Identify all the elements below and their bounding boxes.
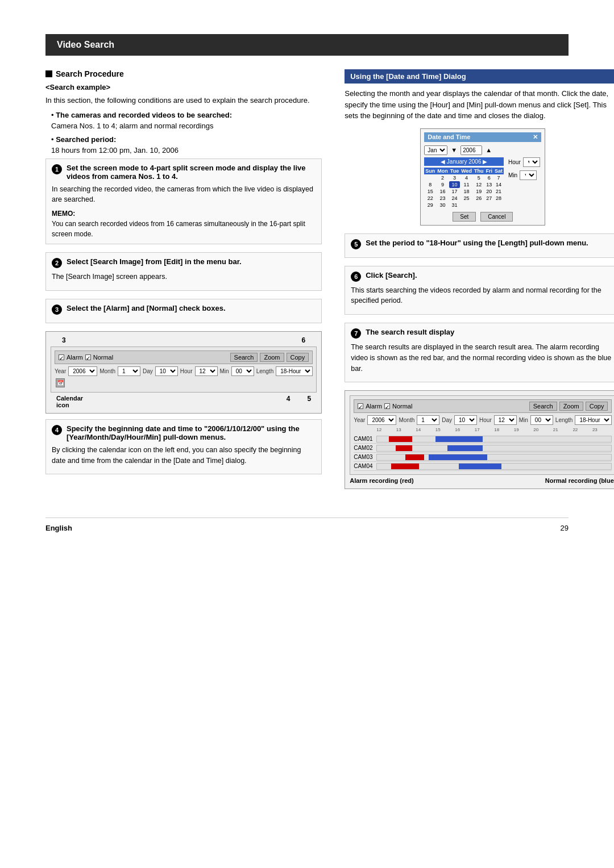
cal-day[interactable]: 15: [424, 188, 436, 195]
cal-day[interactable]: 22: [424, 195, 436, 202]
set-button[interactable]: Set: [453, 212, 476, 222]
cal-day[interactable]: 18: [460, 188, 473, 195]
cam4-normal-bar: [459, 464, 501, 469]
step-1-header: 1 Set the screen mode to 4-part split sc…: [52, 164, 316, 181]
result-alarm-check: ✓ Alarm: [358, 403, 382, 410]
cal-day[interactable]: 12: [473, 181, 485, 188]
cal-day[interactable]: 26: [473, 195, 485, 202]
result-day-select[interactable]: 10: [454, 415, 477, 425]
black-square-icon: [45, 70, 52, 77]
cal-day[interactable]: 9: [436, 181, 449, 188]
calendar-icon-row: 📅: [56, 378, 313, 387]
cal-header-mon: Mon: [436, 168, 449, 174]
result-year-select[interactable]: 2006: [367, 415, 396, 425]
min-select[interactable]: 00: [231, 366, 254, 376]
footer-language: English: [45, 524, 72, 532]
cal-day[interactable]: 5: [473, 174, 485, 181]
cam3-timeline: [376, 454, 612, 461]
cal-day[interactable]: 3: [449, 174, 460, 181]
cam2-timeline: [376, 445, 612, 452]
min-time-select[interactable]: ▼ 00: [520, 170, 537, 180]
alarm-recording-label: Alarm recording (red): [350, 477, 413, 484]
cal-header-fri: Fri: [485, 168, 494, 174]
search-result-mock: ✓ Alarm ✓ Normal Search Zoom Copy Year 2…: [350, 395, 614, 475]
cal-day[interactable]: 25: [460, 195, 473, 202]
normal-check-item: ✓ Normal: [85, 354, 113, 361]
calendar-icon[interactable]: 📅: [56, 378, 65, 387]
arrow-4-label: 4: [287, 395, 291, 408]
cam1-label: CAM01: [354, 436, 376, 442]
cal-day-today[interactable]: 10: [449, 181, 460, 188]
cal-day[interactable]: 23: [436, 195, 449, 202]
dialog-close-icon[interactable]: ✕: [533, 133, 538, 141]
day-select[interactable]: 10: [155, 366, 178, 376]
hour-ticks: 12 13 14 15 16 17 18 19 20 21 22 23: [376, 427, 612, 432]
calendar-panel: ◀ January 2006 ▶ Sun Mon Tue Wed Thu Fri: [424, 157, 504, 208]
cal-day[interactable]: 7: [493, 174, 504, 181]
cal-day[interactable]: 17: [449, 188, 460, 195]
cal-day[interactable]: 11: [460, 181, 473, 188]
cal-day[interactable]: 29: [424, 202, 436, 208]
step-1-num: 1: [52, 164, 62, 174]
length-select[interactable]: 18-Hour: [276, 366, 313, 376]
step-3-block: 3 Select the [Alarm] and [Normal] check …: [45, 299, 322, 323]
cal-day[interactable]: 4: [460, 174, 473, 181]
right-column: Using the [Date and Time] Dialog Selecti…: [345, 69, 614, 495]
result-min-select[interactable]: 00: [530, 415, 553, 425]
step-6-num: 6: [351, 272, 361, 282]
left-column: Search Procedure <Search example> In thi…: [45, 69, 322, 495]
cal-day[interactable]: 21: [493, 188, 504, 195]
cam4-alarm-bar: [391, 464, 419, 469]
zoom-button[interactable]: Zoom: [260, 353, 284, 362]
cal-day[interactable]: 8: [424, 181, 436, 188]
step-2-block: 2 Select [Search Image] from [Edit] in t…: [45, 252, 322, 291]
step-6-header: 6 Click [Search].: [351, 271, 614, 282]
year-select[interactable]: 2006: [68, 366, 97, 376]
cal-day[interactable]: 30: [436, 202, 449, 208]
camera-row-1: CAM01: [354, 435, 612, 444]
hour-select[interactable]: 12: [195, 366, 218, 376]
cam2-normal-bar: [447, 445, 483, 451]
hour-time-select[interactable]: ▼ 00: [523, 157, 540, 167]
cancel-button[interactable]: Cancel: [480, 212, 513, 222]
cal-day[interactable]: 2: [436, 174, 449, 181]
cal-day[interactable]: 28: [493, 195, 504, 202]
dialog-footer: Set Cancel: [424, 212, 541, 222]
cal-day[interactable]: 31: [449, 202, 460, 208]
cal-day[interactable]: 16: [436, 188, 449, 195]
calendar-table: Sun Mon Tue Wed Thu Fri Sat: [424, 168, 504, 208]
search-button[interactable]: Search: [230, 353, 258, 362]
result-zoom-button[interactable]: Zoom: [559, 402, 583, 411]
cal-week-2: 8 9 10 11 12 13 14: [424, 181, 504, 188]
step-6-block: 6 Click [Search]. This starts searching …: [345, 266, 614, 315]
result-search-button[interactable]: Search: [529, 402, 557, 411]
result-hour-select[interactable]: 12: [494, 415, 517, 425]
month-dropdown[interactable]: Jan: [424, 145, 447, 155]
result-month-select[interactable]: 1: [417, 415, 439, 425]
cal-week-3: 15 16 17 18 19 20 21: [424, 188, 504, 195]
copy-button[interactable]: Copy: [287, 353, 309, 362]
cal-header-wed: Wed: [460, 168, 473, 174]
dialog-intro: Selecting the month and year displays th…: [345, 88, 614, 122]
alarm-check-item: ✓ Alarm: [59, 354, 83, 361]
step-7-block: 7 The search result display The search r…: [345, 323, 614, 382]
footer-page-number: 29: [561, 524, 569, 532]
hour-label: Hour: [508, 159, 521, 165]
cal-day[interactable]: 6: [485, 174, 494, 181]
cal-day[interactable]: 13: [485, 181, 494, 188]
step-label-6: 6: [302, 336, 306, 344]
cal-day[interactable]: 20: [485, 188, 494, 195]
year-input[interactable]: [460, 145, 482, 155]
result-length-select[interactable]: 18-Hour: [575, 415, 612, 425]
dialog-section-header: Using the [Date and Time] Dialog: [345, 69, 614, 84]
step-1-block: 1 Set the screen mode to 4-part split sc…: [45, 158, 322, 245]
cal-day[interactable]: 19: [473, 188, 485, 195]
cal-day[interactable]: 14: [493, 181, 504, 188]
month-select[interactable]: 1: [118, 366, 140, 376]
cal-day[interactable]: 24: [449, 195, 460, 202]
result-copy-button[interactable]: Copy: [586, 402, 608, 411]
cal-week-4: 22 23 24 25 26 27 28: [424, 195, 504, 202]
cal-day[interactable]: 27: [485, 195, 494, 202]
camera-row-3: CAM03: [354, 453, 612, 462]
step-7-num: 7: [351, 328, 361, 339]
